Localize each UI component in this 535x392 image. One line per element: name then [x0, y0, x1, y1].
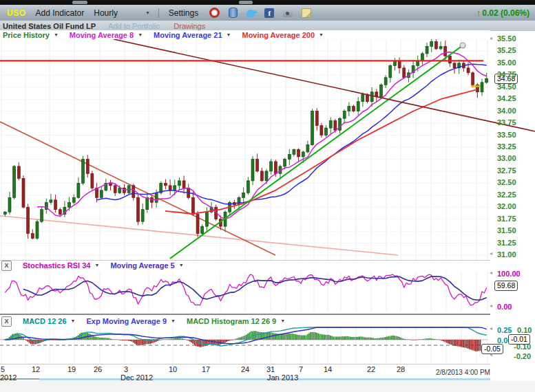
chevron-down-icon[interactable]	[280, 317, 285, 325]
price-chart[interactable]	[0, 39, 535, 260]
chevron-down-icon[interactable]	[71, 317, 76, 325]
ma21-menu[interactable]: Moving Average 21	[154, 31, 222, 39]
ma200-menu[interactable]: Moving Average 200	[242, 31, 315, 39]
add-to-portfolio-link[interactable]: Add to Portfolio	[108, 22, 160, 30]
x-axis-tick: 31	[262, 365, 280, 373]
chevron-down-icon[interactable]	[138, 31, 143, 39]
chevron-down-icon[interactable]	[171, 317, 176, 325]
price-axis-label: 35.50	[497, 34, 532, 43]
hist-axis-n020: -0.20	[514, 352, 531, 360]
price-axis-label: 35.25	[497, 46, 532, 54]
x-axis-tick: 10	[164, 365, 182, 373]
price-axis-label: 32.25	[497, 190, 532, 199]
price-history-menu[interactable]: Price History	[3, 31, 50, 39]
ma8-menu[interactable]: Moving Average 8	[70, 31, 134, 39]
stoch-menu[interactable]: Stochastics RSI 34	[23, 261, 90, 270]
x-axis-tick: 3	[117, 365, 135, 373]
macd-menu[interactable]: MACD 12 26	[23, 317, 67, 325]
axis-marker-icon: ◂	[490, 270, 492, 276]
macd-panel-header: X MACD 12 26 Exp Moving Average 9 MACD H…	[0, 316, 490, 326]
x-axis-tick: 14	[319, 365, 337, 373]
chevron-down-icon[interactable]	[54, 31, 59, 39]
x-axis-month: 2012	[0, 373, 17, 382]
bottom-margin	[0, 381, 535, 392]
symbol-label[interactable]: USO	[7, 8, 26, 18]
x-axis-tick: 22	[362, 365, 380, 373]
macd-chart[interactable]	[0, 326, 490, 363]
x-axis-tick: 24	[236, 365, 254, 373]
window-top-strip	[0, 0, 535, 5]
price-axis-label: 31.75	[497, 215, 532, 223]
up-arrow-icon	[476, 8, 483, 18]
drawings-link[interactable]: Drawings	[174, 22, 205, 30]
price-axis-label: 33.75	[497, 118, 532, 127]
stoch-axis-bottom: 0.00	[497, 303, 512, 311]
x-scrollbar[interactable]	[39, 378, 490, 380]
facebook-icon[interactable]: f	[264, 8, 274, 18]
chevron-down-icon[interactable]	[179, 261, 184, 270]
x-axis-tick: 19	[63, 365, 81, 373]
price-panel-header: Price History Moving Average 8 Moving Av…	[0, 30, 490, 39]
x-axis-tick: 17	[197, 365, 215, 373]
x-axis-tick: 28	[392, 365, 410, 373]
settings-button[interactable]: Settings	[169, 8, 198, 18]
timeframe-select[interactable]: Hourly	[94, 8, 118, 18]
x-axis-tick: 12	[27, 365, 45, 373]
toolbar-divider	[158, 8, 159, 18]
price-axis-label: 32.50	[497, 178, 532, 186]
axis-marker-icon: ◂	[490, 325, 492, 331]
camera-icon[interactable]	[283, 10, 293, 17]
add-indicator-button[interactable]: Add Indicator	[36, 8, 85, 18]
macd-ema-menu[interactable]: Exp Moving Average 9	[87, 317, 167, 325]
chevron-down-icon[interactable]	[94, 261, 99, 270]
hist-axis-010: 0.10	[517, 326, 532, 334]
symbol-subbar: United States Oil Fund LP Add to Portfol…	[0, 21, 535, 31]
note-icon[interactable]	[302, 8, 311, 18]
price-axis-label: 31.25	[497, 239, 532, 247]
x-axis-month: Jan 2013	[267, 373, 298, 382]
x-axis-tick: 26	[89, 365, 107, 373]
price-axis-label: 32.75	[497, 166, 532, 175]
macd-hist-menu[interactable]: MACD Histogram 12 26 9	[187, 317, 276, 325]
chevron-down-icon[interactable]	[145, 8, 150, 18]
stoch-panel-header: X Stochastics RSI 34 Moving Average 5	[0, 261, 490, 270]
hist-value-box: -0.01	[508, 334, 530, 345]
chevron-down-icon[interactable]	[319, 31, 324, 39]
main-toolbar: USO Add Indicator Hourly Settings f 0.02…	[0, 5, 535, 21]
x-axis-tick: 5	[0, 365, 12, 373]
price-axis-label: 34.25	[497, 94, 532, 102]
stoch-value-box: 59.68	[494, 281, 518, 291]
toolbar-icons: f	[209, 8, 311, 18]
price-axis-label: 33.25	[497, 142, 532, 151]
alarm-icon[interactable]	[209, 8, 220, 18]
window-tab	[239, 1, 253, 4]
last-update-timestamp: 2/8/2013 4:00 PM	[436, 369, 490, 376]
price-axis-label: 34.00	[497, 107, 532, 115]
charting-app: USO Add Indicator Hourly Settings f 0.02…	[0, 0, 535, 392]
change-text: 0.02 (0.06%)	[482, 8, 529, 18]
close-icon[interactable]: X	[1, 261, 12, 271]
axis-marker-icon: ◂	[490, 351, 492, 358]
stochastics-chart[interactable]	[0, 272, 490, 312]
price-change: 0.02 (0.06%)	[476, 5, 529, 21]
x-axis-month: Dec 2012	[120, 373, 153, 382]
x-axis-tick: 7	[292, 365, 310, 373]
price-axis-label: 31.50	[497, 226, 532, 235]
price-axis-label: 31.00	[497, 250, 532, 259]
price-axis-label: 32.00	[497, 202, 532, 210]
macd-axis-025: 0.25	[497, 326, 512, 334]
company-name: United States Oil Fund LP	[3, 22, 96, 30]
chevron-down-icon[interactable]	[227, 31, 231, 39]
price-axis-label: 35.00	[497, 58, 532, 67]
price-axis-label: 34.50	[497, 83, 532, 91]
price-axis-label: 33.00	[497, 154, 532, 162]
scan-icon[interactable]	[229, 8, 238, 18]
price-axis-label: 34.75	[497, 70, 532, 78]
stoch-ma-menu[interactable]: Moving Average 5	[110, 261, 174, 270]
window-tab	[72, 1, 87, 4]
close-icon[interactable]: X	[1, 316, 12, 327]
twitter-icon[interactable]	[246, 10, 255, 17]
panel-divider	[0, 314, 490, 315]
stoch-axis-top: 100.00	[497, 270, 521, 278]
axis-divider	[0, 364, 490, 364]
